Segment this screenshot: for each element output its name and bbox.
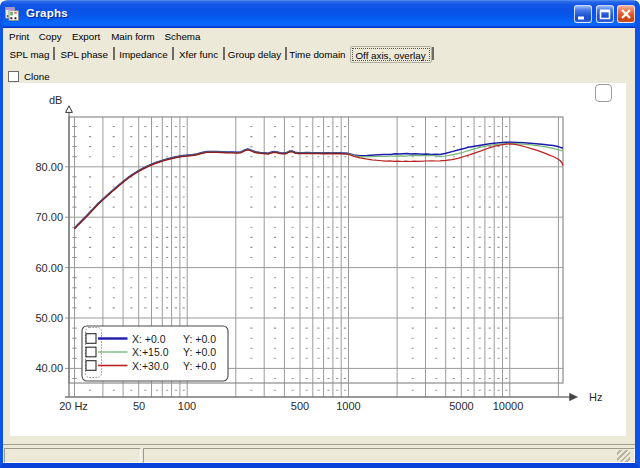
- svg-text:dB: dB: [49, 94, 62, 106]
- svg-text:100: 100: [178, 400, 196, 412]
- svg-text:80.00: 80.00: [35, 161, 63, 173]
- svg-text:1000: 1000: [336, 400, 360, 412]
- svg-text:20 Hz: 20 Hz: [59, 400, 88, 412]
- svg-text:5000: 5000: [449, 400, 473, 412]
- svg-text:X:+30.0: X:+30.0: [132, 360, 169, 372]
- svg-text:X: +0.0: X: +0.0: [132, 333, 166, 345]
- svg-text:50.00: 50.00: [35, 312, 63, 324]
- svg-text:50: 50: [133, 400, 145, 412]
- svg-text:Hz: Hz: [589, 391, 602, 403]
- svg-text:X:+15.0: X:+15.0: [132, 346, 169, 358]
- svg-text:Y: +0.0: Y: +0.0: [183, 333, 216, 345]
- svg-text:Y: +0.0: Y: +0.0: [183, 360, 216, 372]
- svg-text:70.00: 70.00: [35, 211, 63, 223]
- svg-text:10000: 10000: [493, 400, 524, 412]
- svg-text:40.00: 40.00: [35, 362, 63, 374]
- svg-text:60.00: 60.00: [35, 262, 63, 274]
- svg-text:Y: +0.0: Y: +0.0: [183, 346, 216, 358]
- svg-text:500: 500: [291, 400, 309, 412]
